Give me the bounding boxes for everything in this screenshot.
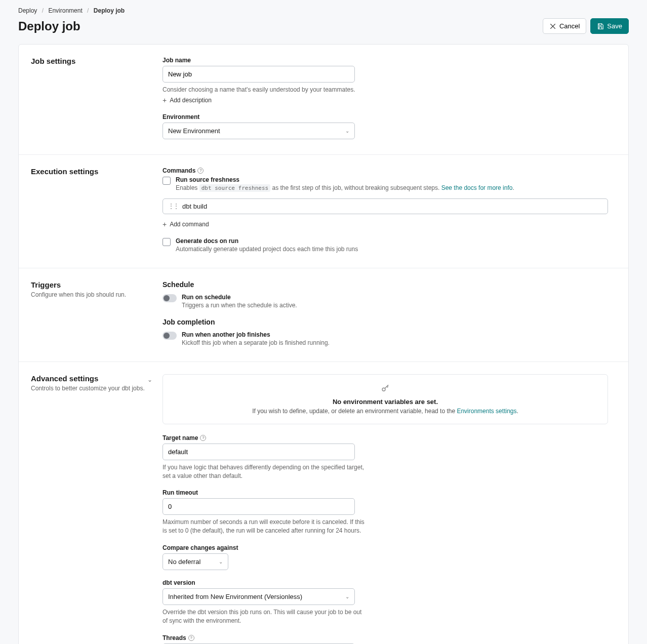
breadcrumb-environment[interactable]: Environment <box>48 7 82 14</box>
dbt-version-label: dbt version <box>163 579 616 586</box>
help-icon[interactable]: ? <box>188 635 194 641</box>
environments-settings-link[interactable]: Environments settings <box>457 408 516 415</box>
job-name-label: Job name <box>163 57 616 64</box>
breadcrumb-current: Deploy job <box>94 7 125 14</box>
command-row[interactable]: ⋮⋮ dbt build <box>163 198 608 214</box>
close-icon <box>549 23 556 30</box>
plus-icon: + <box>163 96 167 104</box>
page-title: Deploy job <box>18 19 80 33</box>
run-source-freshness-label: Run source freshness <box>176 176 514 183</box>
job-name-help: Consider choosing a name that's easily u… <box>163 86 365 94</box>
drag-handle-icon[interactable]: ⋮⋮ <box>168 203 178 210</box>
triggers-sub: Configure when this job should run. <box>31 291 152 298</box>
execution-settings-title: Execution settings <box>31 167 152 176</box>
target-name-input[interactable] <box>163 444 355 460</box>
command-text: dbt build <box>182 203 207 210</box>
generate-docs-checkbox[interactable] <box>163 238 171 246</box>
compare-changes-select[interactable]: No deferral ⌄ <box>163 553 228 570</box>
compare-changes-label: Compare changes against <box>163 544 616 551</box>
help-icon[interactable]: ? <box>197 168 204 174</box>
environment-select[interactable]: New Environment ⌄ <box>163 123 355 139</box>
save-button[interactable]: Save <box>590 18 629 34</box>
advanced-title: Advanced settings <box>31 374 145 383</box>
save-icon <box>597 23 604 30</box>
run-on-schedule-label: Run on schedule <box>182 294 297 301</box>
run-on-schedule-toggle[interactable] <box>163 294 177 302</box>
chevron-down-icon[interactable]: ⌄ <box>147 376 152 383</box>
run-when-finishes-label: Run when another job finishes <box>182 331 330 338</box>
add-description-button[interactable]: + Add description <box>163 96 212 104</box>
plus-icon: + <box>163 220 167 228</box>
add-command-button[interactable]: + Add command <box>163 220 209 228</box>
job-name-input[interactable] <box>163 66 355 83</box>
chevron-down-icon: ⌄ <box>345 128 349 134</box>
threads-label: Threads <box>163 634 186 641</box>
run-source-freshness-checkbox[interactable] <box>163 177 171 185</box>
triggers-title: Triggers <box>31 280 152 289</box>
commands-label: Commands <box>163 167 195 174</box>
svg-point-0 <box>382 388 385 391</box>
job-settings-title: Job settings <box>31 57 152 65</box>
chevron-down-icon: ⌄ <box>345 594 349 599</box>
key-icon <box>173 384 597 395</box>
environment-label: Environment <box>163 113 616 120</box>
env-vars-empty: No environment variables are set. If you… <box>163 374 608 424</box>
run-timeout-input[interactable] <box>163 498 355 515</box>
cancel-button[interactable]: Cancel <box>543 18 586 34</box>
run-when-finishes-toggle[interactable] <box>163 332 177 340</box>
chevron-down-icon: ⌄ <box>219 559 223 565</box>
docs-link[interactable]: See the docs for more info <box>441 184 513 191</box>
job-completion-title: Job completion <box>163 318 616 326</box>
advanced-sub: Controls to better customize your dbt jo… <box>31 385 145 392</box>
help-icon[interactable]: ? <box>200 435 206 441</box>
target-name-label: Target name <box>163 434 198 441</box>
breadcrumb-deploy[interactable]: Deploy <box>18 7 37 14</box>
dbt-version-select[interactable]: Inherited from New Environment (Versionl… <box>163 588 355 605</box>
breadcrumb: Deploy / Environment / Deploy job <box>18 7 629 14</box>
generate-docs-label: Generate docs on run <box>176 237 358 245</box>
schedule-title: Schedule <box>163 280 616 289</box>
run-timeout-label: Run timeout <box>163 489 616 496</box>
